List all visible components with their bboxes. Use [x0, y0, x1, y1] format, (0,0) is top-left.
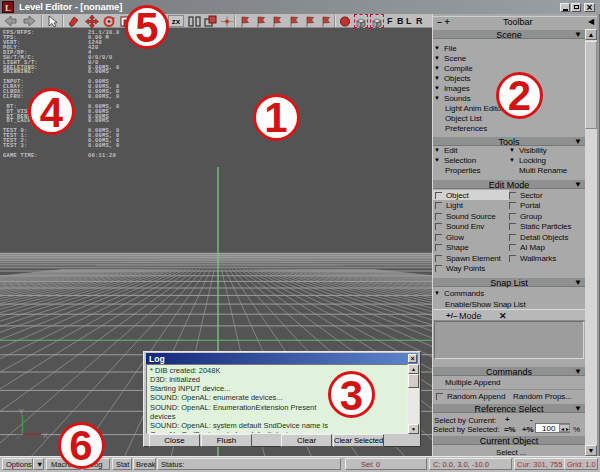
svg-text:0.00MS: 0.00MS	[88, 69, 109, 75]
svg-text:0.00MS: 0.00MS	[88, 118, 109, 124]
svg-text:00:11:29: 00:11:29	[88, 153, 116, 159]
svg-text:0.00MS, 0: 0.00MS, 0	[88, 94, 119, 100]
svg-text:CLFRU:: CLFRU:	[3, 94, 24, 100]
svg-text:SKINNING:: SKINNING:	[3, 69, 34, 75]
svg-text:TEST 3:: TEST 3:	[3, 143, 27, 149]
svg-text:GAME TIME:: GAME TIME:	[3, 153, 38, 159]
svg-text:0.00MS, 0: 0.00MS, 0	[88, 143, 119, 149]
